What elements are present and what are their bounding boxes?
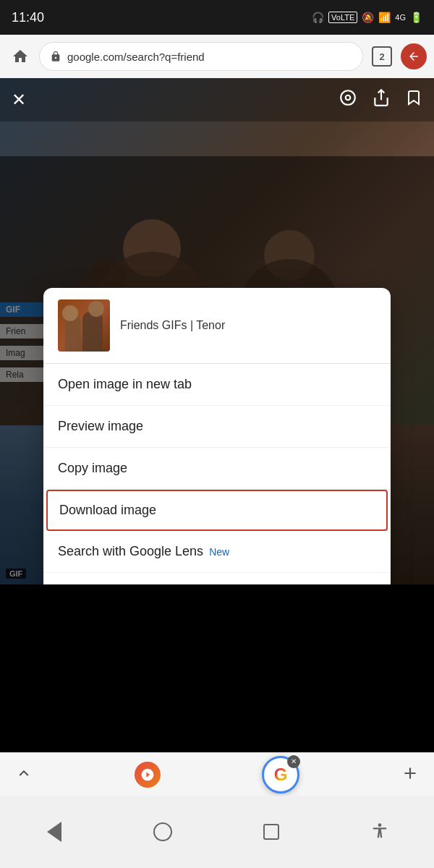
maverick-button[interactable] (135, 762, 161, 788)
menu-item-open-new-tab[interactable]: Open image in new tab (43, 364, 391, 406)
expand-button[interactable] (14, 764, 33, 786)
new-tab-button[interactable] (401, 764, 420, 786)
svg-point-3 (378, 823, 382, 827)
copy-image-label: Copy image (58, 461, 127, 476)
status-bar: 11:40 🎧 VoLTE 🔕 📶 4G 🔋 (0, 0, 434, 35)
status-time: 11:40 (12, 10, 44, 25)
lock-icon (50, 51, 61, 62)
notification-icon: 🔕 (362, 12, 374, 23)
signal-icon: 📶 (378, 12, 391, 23)
menu-thumbnail (58, 299, 110, 352)
address-bar[interactable]: google.com/search?q=friend (39, 42, 363, 71)
menu-header: Friends GIFs | Tenor (43, 288, 391, 364)
svg-point-0 (341, 90, 355, 105)
google-fab-close[interactable]: ✕ (287, 755, 300, 768)
share-icon[interactable] (372, 88, 391, 111)
image-top-actions (339, 88, 422, 111)
battery-icon: 🔋 (410, 12, 422, 23)
bottom-browser-bar: G ✕ (0, 752, 434, 796)
google-fab[interactable]: G ✕ (262, 756, 299, 793)
google-g-logo: G (274, 765, 288, 785)
preview-image-label: Preview image (58, 419, 143, 434)
status-icons: 🎧 VoLTE 🔕 📶 4G 🔋 (312, 12, 422, 23)
home-nav-button[interactable] (148, 817, 177, 846)
tab-switcher[interactable]: 2 (369, 43, 395, 69)
4g-icon: 4G (395, 13, 406, 22)
svg-point-1 (346, 95, 351, 101)
menu-item-preview-image[interactable]: Preview image (43, 406, 391, 448)
image-background: ✕ GIF Frien Ima (0, 78, 434, 584)
tab-count[interactable]: 2 (372, 46, 392, 67)
bookmark-icon[interactable] (405, 88, 422, 111)
back-button[interactable] (40, 817, 69, 846)
search-lens-label: Search with Google Lens (58, 544, 203, 559)
image-top-bar: ✕ (0, 78, 434, 122)
home-button[interactable] (7, 43, 33, 69)
accessibility-button[interactable] (365, 817, 394, 846)
recents-button[interactable] (257, 817, 286, 846)
new-badge: New (209, 546, 229, 558)
download-image-label: Download image (59, 503, 156, 518)
context-menu: Friends GIFs | Tenor Open image in new t… (43, 288, 391, 584)
url-text[interactable]: google.com/search?q=friend (67, 51, 205, 63)
lens-search-icon[interactable] (339, 88, 357, 111)
menu-item-search-lens[interactable]: Search with Google Lens New (43, 531, 391, 573)
close-button[interactable]: ✕ (12, 90, 26, 110)
system-nav-bar (0, 796, 434, 868)
menu-button[interactable] (401, 43, 427, 69)
menu-item-download-image[interactable]: Download image (46, 490, 388, 531)
volte-icon: VoLTE (328, 12, 357, 23)
menu-source-text: Friends GIFs | Tenor (120, 319, 225, 332)
menu-item-share-image[interactable]: Share image (43, 573, 391, 584)
headphones-icon: 🎧 (312, 12, 324, 23)
browser-address-bar: google.com/search?q=friend 2 (0, 35, 434, 78)
open-new-tab-label: Open image in new tab (58, 377, 192, 392)
menu-item-copy-image[interactable]: Copy image (43, 448, 391, 490)
